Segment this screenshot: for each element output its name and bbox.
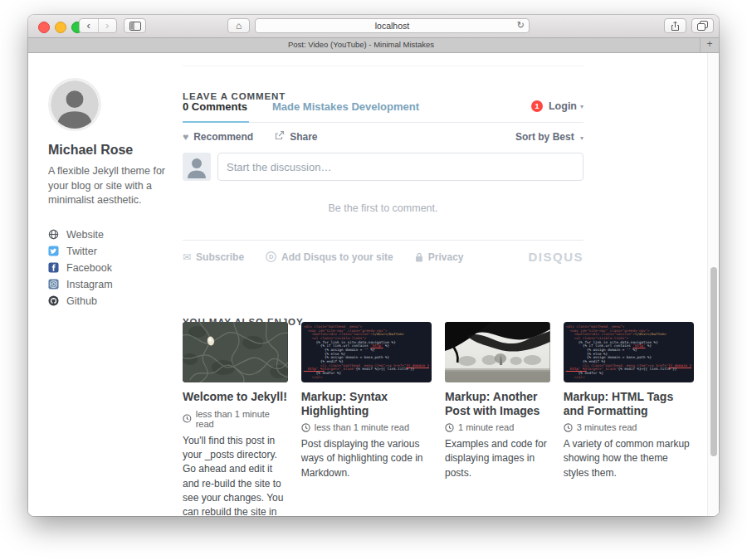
tab-bar: Post: Video (YouTube) - Minimal Mistakes… (28, 38, 719, 53)
read-time-label: less than 1 minute read (196, 409, 288, 429)
share-button[interactable] (664, 18, 686, 33)
github-icon (48, 295, 59, 306)
disqus-d-icon: D (266, 251, 276, 262)
code-screenshot-thumbnail: <div class="masthead__menu"> <nav id="si… (564, 322, 694, 382)
read-time-label: 3 minutes read (577, 422, 637, 432)
subscribe-label: Subscribe (196, 251, 244, 263)
privacy-link[interactable]: Privacy (415, 251, 464, 263)
tabs-icon (697, 21, 708, 31)
sidebar-link-label: Github (66, 295, 97, 307)
sidebar-link-github[interactable]: Github (48, 293, 173, 309)
scrollbar-thumb[interactable] (710, 267, 717, 456)
url-field[interactable]: localhost ↻ (255, 18, 530, 33)
related-posts-grid: Welcome to Jekyll!less than 1 minute rea… (183, 322, 694, 516)
post-thumbnail[interactable] (183, 322, 288, 382)
login-label: Login (549, 100, 577, 112)
subscribe-link[interactable]: ✉ Subscribe (183, 251, 244, 263)
chevron-down-icon: ▾ (580, 103, 583, 110)
post-title-link[interactable]: Markup: Another Post with Images (445, 390, 550, 417)
post-read-time: 1 minute read (445, 422, 550, 432)
add-disqus-link[interactable]: D Add Disqus to your site (266, 251, 393, 263)
close-window-button[interactable] (38, 22, 50, 33)
refresh-icon[interactable]: ↻ (517, 20, 525, 31)
read-time-label: 1 minute read (458, 422, 514, 432)
community-link[interactable]: Made Mistakes Development (272, 100, 419, 113)
heart-icon: ♥ (183, 131, 188, 143)
privacy-label: Privacy (428, 251, 464, 263)
section-divider (183, 66, 583, 66)
sidebar-link-website[interactable]: Website (48, 226, 173, 243)
post-thumbnail[interactable]: <div class="masthead__menu"> <nav id="si… (564, 322, 694, 382)
share-label: Share (290, 131, 317, 143)
sidebar-link-label: Twitter (66, 246, 97, 257)
author-profile: Michael Rose A flexible Jekyll theme for… (48, 78, 173, 309)
twitter-icon (48, 246, 59, 256)
related-post-card: Welcome to Jekyll!less than 1 minute rea… (183, 322, 288, 516)
share-icon (671, 21, 680, 32)
url-text: localhost (256, 21, 529, 31)
login-menu[interactable]: 1 Login ▾ (531, 100, 583, 112)
facebook-icon (48, 262, 59, 273)
disqus-logo[interactable]: DISQUS (528, 250, 583, 264)
author-name: Michael Rose (48, 143, 173, 158)
post-title-link[interactable]: Markup: Syntax Highlighting (301, 390, 432, 417)
empty-state-message: Be the first to comment. (183, 202, 583, 214)
sidebar-link-instagram[interactable]: Instagram (48, 276, 173, 293)
post-thumbnail[interactable] (445, 322, 550, 382)
sidebar-link-label: Instagram (66, 279, 113, 290)
disqus-footer-divider (183, 240, 583, 241)
post-read-time: less than 1 minute read (301, 422, 432, 432)
post-thumbnail[interactable]: <div class="masthead__menu"> <nav id="si… (301, 322, 432, 382)
active-tab-underline (183, 121, 249, 123)
clock-icon (564, 423, 573, 432)
browser-toolbar: ‹ › ⌂ localhost ↻ (28, 15, 719, 38)
post-read-time: 3 minutes read (564, 422, 694, 432)
code-screenshot-thumbnail: <div class="masthead__menu"> <nav id="si… (301, 322, 432, 382)
sort-label: Sort by Best (515, 131, 574, 143)
tab-title[interactable]: Post: Video (YouTube) - Minimal Mistakes (28, 40, 694, 49)
clock-icon (183, 414, 192, 423)
comment-count-tab[interactable]: 0 Comments (183, 100, 247, 113)
post-excerpt: A variety of common markup showing how t… (564, 437, 694, 480)
minimize-window-button[interactable] (55, 22, 66, 33)
sidebar-link-twitter[interactable]: Twitter (48, 243, 173, 260)
comment-compose (183, 153, 583, 181)
globe-icon (48, 229, 59, 240)
disqus-embed: 0 Comments Made Mistakes Development 1 L… (183, 100, 583, 264)
svg-text:D: D (269, 253, 274, 261)
post-excerpt: Post displaying the various ways of high… (301, 437, 432, 480)
default-avatar-icon (183, 153, 211, 181)
disqus-actions: ♥ Recommend Share Sort by Best ▾ (183, 130, 583, 143)
related-post-card: <div class="masthead__menu"> <nav id="si… (301, 322, 432, 516)
post-excerpt: You'll find this post in your _posts dir… (183, 434, 288, 516)
post-title-link[interactable]: Markup: HTML Tags and Formatting (564, 390, 694, 417)
sort-menu[interactable]: Sort by Best ▾ (515, 131, 583, 143)
home-button[interactable]: ⌂ (227, 18, 250, 33)
related-post-card: Markup: Another Post with Images1 minute… (445, 322, 550, 516)
disqus-footer: ✉ Subscribe D Add Disqus to your site Pr… (183, 250, 583, 264)
recommend-label: Recommend (193, 131, 253, 143)
comment-input[interactable] (217, 153, 583, 181)
notification-badge: 1 (531, 100, 543, 112)
share-arrow-icon (275, 130, 285, 143)
recommend-button[interactable]: ♥ Recommend (183, 131, 253, 143)
read-time-label: less than 1 minute read (315, 422, 409, 432)
sidebar-icon (129, 22, 141, 31)
post-read-time: less than 1 minute read (183, 409, 288, 429)
chevron-down-icon: ▾ (580, 134, 583, 142)
forward-button[interactable]: › (98, 19, 117, 32)
author-bio: A flexible Jekyll theme for your blog or… (48, 164, 173, 208)
share-thread-button[interactable]: Share (275, 130, 317, 143)
new-tab-button[interactable]: + (700, 38, 719, 52)
page-content: Michael Rose A flexible Jekyll theme for… (28, 53, 719, 516)
sidebar-link-facebook[interactable]: Facebook (48, 260, 173, 276)
tab-overview-button[interactable] (691, 18, 714, 33)
post-title-link[interactable]: Welcome to Jekyll! (183, 390, 288, 404)
sidebar-link-label: Facebook (66, 262, 112, 274)
disqus-header: 0 Comments Made Mistakes Development 1 L… (183, 100, 583, 123)
post-excerpt: Examples and code for displaying images … (445, 437, 550, 480)
instagram-icon (48, 279, 59, 290)
comments-heading: LEAVE A COMMENT (183, 91, 286, 101)
back-button[interactable]: ‹ (80, 19, 98, 32)
sidebar-toggle-button[interactable] (124, 18, 146, 33)
